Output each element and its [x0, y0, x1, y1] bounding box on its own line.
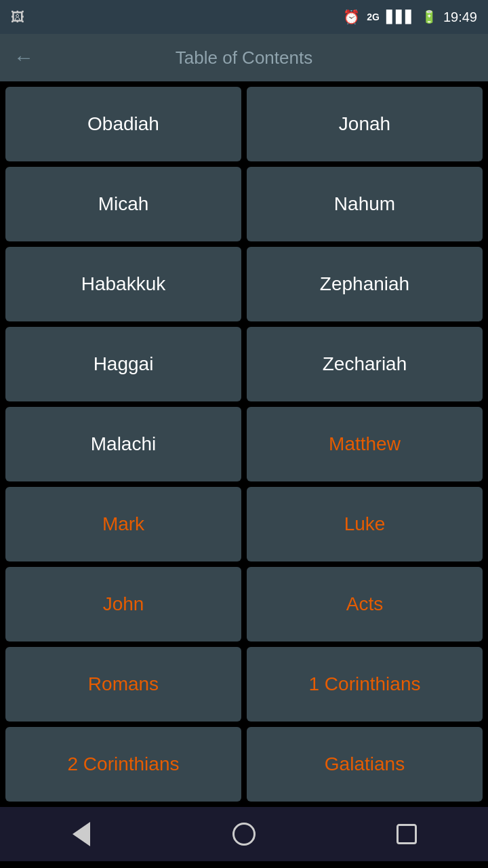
book-button-galatians[interactable]: Galatians: [247, 727, 483, 802]
recents-nav-icon: [396, 824, 417, 844]
page-title: Table of Contents: [47, 47, 441, 68]
book-button-romans[interactable]: Romans: [5, 647, 241, 722]
nav-recents-button[interactable]: [386, 814, 427, 854]
back-nav-icon: [73, 822, 90, 846]
book-button-obadiah[interactable]: Obadiah: [5, 87, 241, 161]
back-button[interactable]: ←: [14, 46, 34, 69]
book-button-nahum[interactable]: Nahum: [247, 167, 483, 241]
book-button-mark[interactable]: Mark: [5, 487, 241, 561]
book-button-habakkuk[interactable]: Habakkuk: [5, 247, 241, 321]
status-bar-left: 🖼: [11, 9, 24, 25]
book-button-acts[interactable]: Acts: [247, 567, 483, 642]
home-nav-icon: [232, 823, 256, 846]
app-header: ← Table of Contents: [0, 34, 488, 81]
book-button-1-corinthians[interactable]: 1 Corinthians: [247, 647, 483, 722]
book-button-zephaniah[interactable]: Zephaniah: [247, 247, 483, 321]
bottom-nav: [0, 807, 488, 861]
book-button-zechariah[interactable]: Zechariah: [247, 327, 483, 401]
book-button-jonah[interactable]: Jonah: [247, 87, 483, 161]
nav-home-button[interactable]: [224, 814, 264, 854]
alarm-icon: ⏰: [343, 9, 360, 25]
image-icon: 🖼: [11, 9, 24, 24]
book-list: ObadiahJonahMicahNahumHabakkukZephaniahH…: [0, 81, 488, 802]
nav-back-button[interactable]: [61, 814, 102, 854]
signal-bars-icon: ▋▋▋: [386, 9, 415, 24]
status-time: 19:49: [443, 9, 477, 25]
book-button-malachi[interactable]: Malachi: [5, 407, 241, 481]
book-button-matthew[interactable]: Matthew: [247, 407, 483, 481]
signal-2g-icon: 2G: [367, 12, 380, 22]
book-button-micah[interactable]: Micah: [5, 167, 241, 241]
book-grid: ObadiahJonahMicahNahumHabakkukZephaniahH…: [5, 87, 483, 802]
battery-icon: 🔋: [422, 9, 436, 24]
book-button-2-corinthians[interactable]: 2 Corinthians: [5, 727, 241, 802]
book-button-haggai[interactable]: Haggai: [5, 327, 241, 401]
status-bar: 🖼 ⏰ 2G ▋▋▋ 🔋 19:49: [0, 0, 488, 34]
book-button-luke[interactable]: Luke: [247, 487, 483, 561]
book-button-john[interactable]: John: [5, 567, 241, 642]
